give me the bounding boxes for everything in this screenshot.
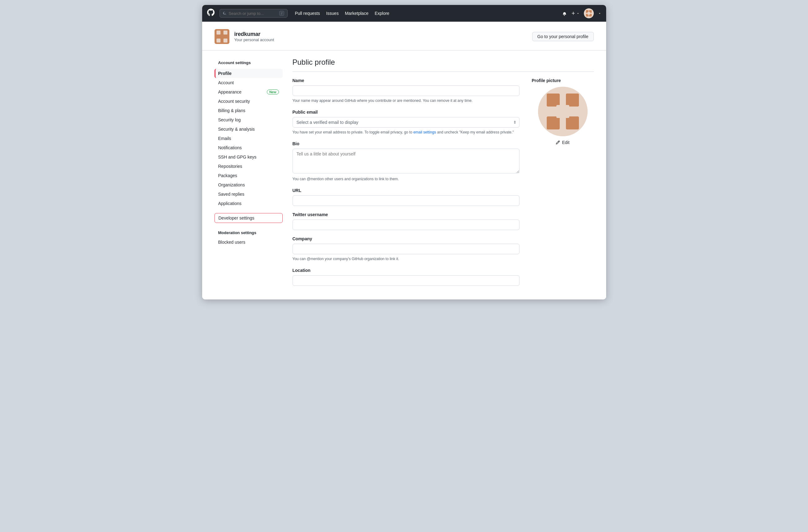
avatar-dropdown-icon [598,12,601,15]
sidebar-item-profile[interactable]: Profile [215,69,283,78]
twitter-input[interactable] [293,220,519,230]
user-header-left: iredkumar Your personal account [215,29,274,44]
sidebar-item-applications[interactable]: Applications [215,199,283,208]
sidebar-link-saved-replies[interactable]: Saved replies [215,189,283,199]
company-input[interactable] [293,244,519,254]
sidebar-item-security-log[interactable]: Security log [215,115,283,125]
sidebar-item-organizations[interactable]: Organizations [215,180,283,189]
svg-rect-13 [547,93,560,107]
bio-hint: You can @mention other users and organiz… [293,176,519,182]
email-select[interactable]: Select a verified email to display [293,117,519,128]
sidebar-link-security-analysis[interactable]: Security & analysis [215,125,283,134]
sidebar-nav-moderation: Blocked users [215,238,283,247]
sidebar-item-account-security[interactable]: Account security [215,97,283,106]
url-label: URL [293,188,519,193]
sidebar-item-notifications[interactable]: Notifications [215,143,283,152]
sidebar-nav-developer: Developer settings [215,213,283,223]
sidebar-item-appearance[interactable]: Appearance New [215,87,283,97]
twitter-label: Twitter username [293,212,519,217]
bio-textarea[interactable] [293,149,519,173]
sidebar-link-account[interactable]: Account [215,78,283,87]
moderation-heading: Moderation settings [215,228,283,238]
sidebar-link-security-log[interactable]: Security log [215,115,283,125]
go-to-profile-button[interactable]: Go to your personal profile [532,32,594,41]
search-box[interactable]: / [220,9,288,18]
name-field-group: Name Your name may appear around GitHub … [293,78,519,104]
account-settings-heading: Account settings [215,58,283,68]
company-label: Company [293,236,519,241]
new-badge: New [267,90,279,94]
sidebar-item-repositories[interactable]: Repositories [215,162,283,171]
sidebar-item-ssh-gpg[interactable]: SSH and GPG keys [215,152,283,162]
url-field-group: URL [293,188,519,206]
sidebar-item-billing[interactable]: Billing & plans [215,106,283,115]
topnav-pull-requests[interactable]: Pull requests [295,11,320,16]
notification-bell-icon[interactable] [562,11,567,16]
url-input[interactable] [293,196,519,206]
appearance-label: Appearance [218,90,242,94]
sidebar-link-billing[interactable]: Billing & plans [215,106,283,115]
sidebar-link-packages[interactable]: Packages [215,171,283,180]
page-title: Public profile [293,58,594,72]
sidebar-link-appearance[interactable]: Appearance New [215,87,283,97]
sidebar-link-ssh-gpg[interactable]: SSH and GPG keys [215,152,283,162]
sidebar-nav: Profile Account Appearance New Account s… [215,69,283,208]
search-input[interactable] [229,11,277,16]
profile-picture-label: Profile picture [532,78,594,83]
profile-form: Name Your name may appear around GitHub … [293,78,594,292]
topnav-marketplace[interactable]: Marketplace [345,11,368,16]
location-label: Location [293,268,519,273]
email-select-wrapper: Select a verified email to display ⇕ [293,117,519,128]
svg-rect-9 [216,38,220,42]
user-avatar-large [215,29,229,44]
sidebar-item-account[interactable]: Account [215,78,283,87]
name-label: Name [293,78,519,83]
main-content: Public profile Name Your name may appear… [293,58,594,292]
topnav-links: Pull requests Issues Marketplace Explore [295,11,389,16]
add-new-icon[interactable] [571,11,580,16]
user-header: iredkumar Your personal account Go to yo… [202,22,606,51]
app-window: / Pull requests Issues Marketplace Explo… [202,5,606,299]
name-input[interactable] [293,86,519,96]
topnav-issues[interactable]: Issues [326,11,338,16]
form-fields: Name Your name may appear around GitHub … [293,78,519,292]
username-display: iredkumar [234,31,274,37]
sidebar: Account settings Profile Account Appeara… [215,58,283,247]
sidebar-item-security-analysis[interactable]: Security & analysis [215,125,283,134]
location-field-group: Location [293,268,519,286]
bio-field-group: Bio You can @mention other users and org… [293,141,519,182]
main-layout: Account settings Profile Account Appeara… [202,51,606,299]
edit-avatar-button[interactable]: Edit [556,140,569,145]
sidebar-link-profile[interactable]: Profile [215,69,283,78]
sidebar-link-developer-settings[interactable]: Developer settings [215,213,283,223]
email-settings-link[interactable]: email settings [413,130,436,134]
sidebar-item-emails[interactable]: Emails [215,134,283,143]
sidebar-link-account-security[interactable]: Account security [215,97,283,106]
page-wrapper: iredkumar Your personal account Go to yo… [202,22,606,299]
user-avatar-nav[interactable] [584,8,594,18]
sidebar-link-blocked-users[interactable]: Blocked users [215,238,283,247]
github-logo-icon[interactable] [207,9,215,18]
svg-rect-7 [216,31,220,35]
email-label: Public email [293,110,519,114]
svg-rect-11 [220,35,224,39]
sidebar-link-repositories[interactable]: Repositories [215,162,283,171]
account-type: Your personal account [234,37,274,42]
sidebar-item-developer-settings[interactable]: Developer settings [215,213,283,223]
sidebar-item-saved-replies[interactable]: Saved replies [215,189,283,199]
sidebar-item-packages[interactable]: Packages [215,171,283,180]
sidebar-link-emails[interactable]: Emails [215,134,283,143]
sidebar-link-applications[interactable]: Applications [215,199,283,208]
svg-rect-14 [566,93,579,107]
location-input[interactable] [293,275,519,286]
topnav-explore[interactable]: Explore [374,11,389,16]
company-hint: You can @mention your company's GitHub o… [293,256,519,262]
svg-rect-8 [223,31,227,35]
svg-rect-10 [223,38,227,42]
sidebar-link-organizations[interactable]: Organizations [215,180,283,189]
svg-rect-5 [587,12,590,15]
sidebar-item-blocked-users[interactable]: Blocked users [215,238,283,247]
sidebar-link-notifications[interactable]: Notifications [215,143,283,152]
bio-label: Bio [293,141,519,146]
edit-avatar-label: Edit [562,140,569,145]
